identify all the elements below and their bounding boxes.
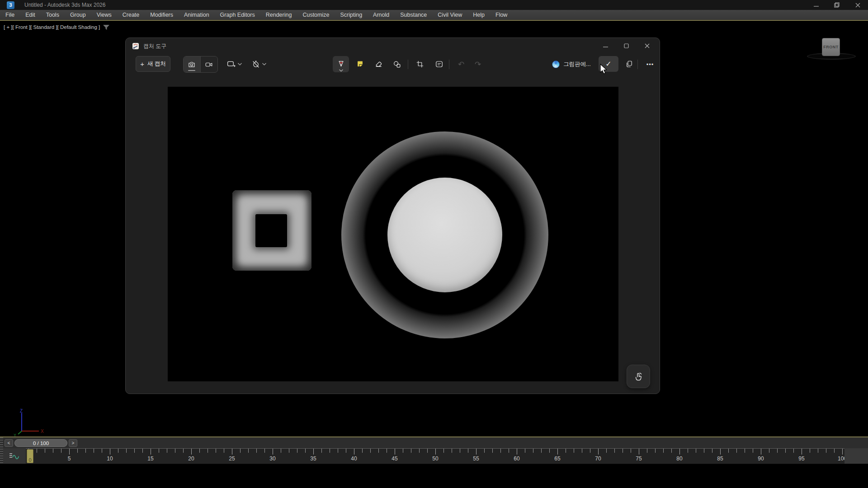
plus-icon: + (140, 60, 144, 68)
close-icon (645, 43, 650, 48)
snip-minimize-button[interactable] (595, 38, 615, 53)
menu-item[interactable]: Arnold (368, 10, 395, 19)
ruler-tick-label: 45 (392, 455, 397, 462)
next-frame-button[interactable]: > (69, 439, 77, 447)
menu-item[interactable]: Help (467, 10, 490, 19)
chevron-down-icon (238, 63, 242, 66)
track-bar: < 0 / 100 > (0, 437, 868, 448)
shapes-button[interactable] (389, 56, 405, 72)
snip-title-bar: 캡처 도구 (126, 38, 660, 54)
highlighter-icon (356, 60, 364, 69)
toolbar-separator (449, 60, 449, 69)
menu-item[interactable]: Create (117, 10, 145, 19)
rectangle-mode-dropdown[interactable] (223, 56, 245, 72)
ruler-tick-label: 75 (636, 455, 642, 462)
status-area (0, 464, 868, 488)
more-options-button[interactable]: ••• (641, 56, 659, 72)
snip-window-title: 캡처 도구 (143, 42, 166, 50)
text-actions-icon (435, 60, 443, 68)
minimize-button[interactable] (806, 0, 826, 10)
viewcube-front-face[interactable]: FRONT (822, 38, 840, 56)
shapes-icon (393, 60, 401, 69)
menu-item[interactable]: Graph Editors (215, 10, 260, 19)
menu-item[interactable]: Civil View (432, 10, 467, 19)
viewcube[interactable]: FRONT (807, 38, 857, 61)
touch-writing-button[interactable] (627, 365, 650, 388)
photo-mode-icon (188, 61, 196, 69)
snip-toolbar: + 새 캡처 (126, 54, 660, 76)
snip-maximize-button[interactable] (616, 38, 636, 53)
menu-item[interactable]: Substance (395, 10, 432, 19)
menu-item[interactable]: Edit (20, 10, 41, 19)
render-square-hole (255, 214, 287, 247)
timeline-drag-handle[interactable] (0, 437, 3, 464)
menu-item[interactable]: Animation (179, 10, 215, 19)
copy-button[interactable] (621, 56, 637, 72)
ruler-tick-label: 25 (229, 455, 235, 462)
menu-item[interactable]: Group (65, 10, 91, 19)
menu-item[interactable]: Rendering (260, 10, 297, 19)
time-ruler[interactable]: 0 05101520253035404550556065707580859095… (26, 448, 844, 464)
chevron-down-icon (339, 69, 343, 72)
rect-select-icon (227, 60, 236, 68)
redo-button[interactable]: ↷ (470, 56, 486, 72)
viewport-label[interactable]: [ + ][ Front ][ Standard ][ Default Shad… (4, 24, 109, 30)
restore-button[interactable] (826, 0, 847, 10)
open-in-paint-label: 그림판에... (563, 61, 590, 68)
frame-indicator[interactable]: 0 / 100 (14, 439, 67, 447)
snip-close-button[interactable] (637, 38, 657, 53)
maximize-icon (624, 43, 629, 48)
menu-item[interactable]: Modifiers (145, 10, 179, 19)
ruler-end-cap (844, 448, 868, 464)
menu-bar: FileEditToolsGroupViewsCreateModifiersAn… (0, 10, 868, 20)
menu-item[interactable]: Views (91, 10, 117, 19)
time-slider-row: 0 05101520253035404550556065707580859095… (0, 448, 868, 464)
ruler-tick-label: 5 (68, 455, 71, 462)
paint-app-icon (552, 61, 560, 68)
crop-button[interactable] (412, 56, 428, 72)
timer-off-icon (252, 60, 260, 68)
ruler-tick-label: 70 (595, 455, 601, 462)
ruler-tick-label: 40 (351, 455, 357, 462)
snipping-scissors-icon (132, 42, 139, 50)
text-actions-button[interactable] (431, 56, 447, 72)
open-in-paint-button[interactable]: 그림판에... (546, 56, 597, 72)
axis-x-label: X (41, 429, 44, 434)
time-slider-playhead[interactable]: 0 (27, 449, 33, 463)
captured-image[interactable] (168, 87, 618, 381)
menu-item[interactable]: Customize (297, 10, 335, 19)
axis-y-line (18, 431, 22, 434)
previous-frame-button[interactable]: < (5, 439, 13, 447)
timer-dropdown[interactable] (249, 56, 269, 72)
mini-curve-editor-button[interactable] (3, 448, 26, 464)
undo-button[interactable]: ↶ (453, 56, 469, 72)
menu-item[interactable]: Flow (490, 10, 513, 19)
video-mode-icon (205, 61, 213, 69)
world-axis-tripod: Z X Y (8, 408, 47, 438)
menu-item[interactable]: Scripting (335, 10, 368, 19)
ruler-tick-label: 85 (717, 455, 723, 462)
ruler-tick-label: 90 (758, 455, 764, 462)
ruler-tick-label: 80 (676, 455, 682, 462)
highlighter-button[interactable] (352, 56, 368, 72)
toolbar-separator (408, 60, 408, 69)
menu-item[interactable]: Tools (41, 10, 65, 19)
ballpoint-pen-button[interactable] (333, 56, 349, 72)
ruler-tick-label: 55 (473, 455, 479, 462)
redo-icon: ↷ (475, 60, 481, 69)
video-mode-button[interactable] (201, 56, 218, 72)
eraser-icon (374, 60, 383, 69)
pen-icon (337, 60, 345, 69)
ruler-tick-label: 15 (147, 455, 153, 462)
filter-funnel-icon[interactable] (103, 25, 109, 30)
close-button[interactable] (847, 0, 868, 10)
viewport-label-text[interactable]: [ + ][ Front ][ Standard ][ Default Shad… (4, 24, 100, 30)
photo-mode-button[interactable] (184, 56, 201, 72)
new-capture-button[interactable]: + 새 캡처 (136, 56, 170, 72)
minimize-icon (814, 3, 819, 8)
axis-z-label: Z (20, 408, 23, 413)
snipping-tool-window: 캡처 도구 + 새 캡처 (125, 38, 660, 394)
max-title-bar: 3 Untitled - Autodesk 3ds Max 2026 (0, 0, 868, 10)
menu-item[interactable]: File (0, 10, 20, 19)
eraser-button[interactable] (370, 56, 387, 72)
